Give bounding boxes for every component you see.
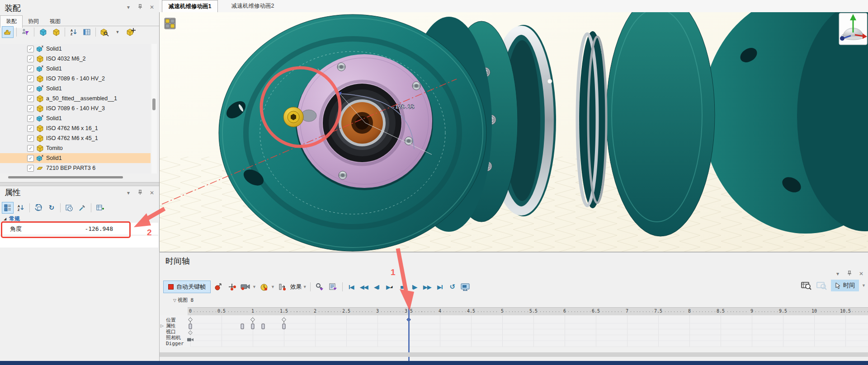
tree-item[interactable]: ✓ISO 7089 6 - 140 HV_2 [0, 74, 151, 84]
section-expand-icon[interactable]: ◢ [4, 217, 6, 221]
tab-animation-1[interactable]: 减速机维修动画1 [162, 0, 218, 12]
effects-icon[interactable] [277, 281, 288, 293]
go-first-frame-button[interactable]: I◀ [346, 281, 357, 292]
property-row-angle[interactable]: 角度 -126.948 [0, 223, 158, 235]
visibility-checkbox[interactable]: ✓ [27, 135, 34, 142]
fast-backward-button[interactable]: ◀◀ [359, 281, 369, 292]
track-label-2[interactable]: 属性 [166, 323, 176, 329]
tree-item[interactable]: ✓xSolid1 [0, 64, 151, 74]
tree-item[interactable]: ✓ISO 7089 6 - 140 HV_3 [0, 103, 151, 113]
timeline-ruler[interactable]: 00.511.522.533.544.555.566.577.588.599.5… [188, 307, 868, 316]
visibility-checkbox[interactable]: ✓ [27, 56, 34, 62]
chevron-down-icon[interactable]: ▾ [834, 271, 841, 277]
view-track-header[interactable]: ▽ 视图 8 [173, 297, 193, 304]
bearing-rings-part[interactable] [577, 31, 606, 208]
fast-forward-button[interactable]: ▶▶ [422, 281, 433, 292]
keyframe-bar[interactable] [282, 323, 286, 331]
pin-icon[interactable] [137, 4, 144, 10]
keyframe-bar[interactable] [261, 323, 265, 331]
filter-icon[interactable] [19, 26, 31, 38]
keyframe-bar[interactable] [251, 323, 255, 331]
chevron-down-icon[interactable]: ▾ [125, 4, 132, 10]
category-view-icon[interactable] [2, 202, 14, 214]
timer-keyframe-icon[interactable] [258, 281, 270, 293]
picker-icon[interactable] [76, 202, 88, 214]
part-select-icon[interactable] [2, 26, 14, 38]
auto-keyframe-button[interactable]: 自动关键帧 [163, 281, 211, 293]
animation-record-icon[interactable] [164, 18, 176, 29]
track-label-4[interactable]: 照相机 [166, 335, 181, 341]
go-last-frame-button[interactable]: ▶I [434, 281, 445, 292]
camera-keyframe-icon[interactable] [240, 281, 251, 293]
visibility-checkbox[interactable]: ✓ [27, 66, 34, 72]
visibility-checkbox[interactable]: ✓ [27, 75, 34, 82]
tree-item[interactable]: ✓xSolid1 [0, 84, 151, 94]
track-expand-icon[interactable]: ▷ [160, 323, 164, 328]
step-back-button[interactable]: ◀I [371, 281, 382, 292]
close-icon[interactable]: ✕ [148, 190, 156, 196]
add-keyframe-icon[interactable] [212, 281, 224, 293]
time-mode-dropdown-icon[interactable]: ▼ [862, 283, 866, 288]
insert-box-icon[interactable] [50, 26, 62, 38]
scrollbar-thumb[interactable] [152, 98, 156, 110]
visibility-checkbox[interactable]: ✓ [27, 46, 34, 52]
track-label-1[interactable]: 位置 [166, 317, 176, 323]
effects-label[interactable]: 效果 [290, 283, 302, 291]
time-mode-button[interactable]: 时间 [831, 280, 859, 291]
bearing-hub-part[interactable] [321, 81, 404, 164]
recalc-icon[interactable] [33, 202, 44, 214]
pin-icon[interactable] [137, 190, 144, 196]
insert-component-icon[interactable] [37, 26, 49, 38]
find-part-icon[interactable] [99, 26, 110, 38]
tree-item[interactable]: ✓Tomito [0, 143, 151, 153]
list-filter-icon[interactable] [327, 281, 339, 293]
add-table-icon[interactable] [94, 202, 106, 214]
tree-item[interactable]: ✓7210 BEP PART3 6 [0, 163, 151, 173]
chevron-down-icon[interactable]: ▾ [125, 190, 132, 196]
tree-item[interactable]: ✓ISO 4032 M6_2 [0, 54, 151, 64]
visibility-checkbox[interactable]: ✓ [27, 85, 34, 92]
gearbox-3d-model[interactable] [160, 12, 868, 252]
camera-dropdown-icon[interactable]: ▼ [252, 285, 256, 289]
keyframe-camera[interactable] [187, 336, 194, 344]
visibility-checkbox[interactable]: ✓ [27, 145, 34, 152]
view-orientation-gizmo[interactable] [839, 13, 868, 45]
dropdown-icon[interactable]: ▼ [112, 26, 123, 38]
tree-item[interactable]: ✓xSolid1 [0, 44, 151, 54]
visibility-checkbox[interactable]: ✓ [27, 125, 34, 132]
tab-animation-2[interactable]: 减速机维修动画2 [225, 0, 280, 12]
track-label-5[interactable]: Digger [166, 341, 184, 346]
constraint-icon[interactable] [125, 26, 137, 38]
properties-section-general[interactable]: ◢ 常规 [0, 215, 158, 223]
pin-icon[interactable] [846, 271, 853, 277]
visibility-checkbox[interactable]: ✓ [27, 155, 34, 162]
refresh-icon[interactable]: ↻ [46, 202, 57, 214]
tree-item[interactable]: ✓a_50_fitted__assembled__1 [0, 94, 151, 103]
play-button[interactable]: ▶◢ [384, 281, 395, 292]
sort-az-icon[interactable]: AZ [68, 26, 80, 38]
sort-az-icon[interactable]: AZ [15, 202, 27, 214]
close-icon[interactable]: ✕ [858, 271, 865, 277]
loop-playback-button[interactable]: ↺ [447, 281, 458, 292]
property-value-field[interactable]: -126.948 [78, 225, 113, 232]
table-view-icon[interactable] [81, 26, 93, 38]
history-icon[interactable] [63, 202, 75, 214]
key-filter-icon[interactable] [314, 281, 326, 293]
visibility-checkbox[interactable]: ✓ [27, 95, 34, 102]
keyframe-bar[interactable] [241, 323, 244, 331]
tree-item[interactable]: ✓xSolid1 [0, 153, 151, 163]
tree-horizontal-scrollbar[interactable] [0, 174, 151, 180]
panel-divider[interactable] [0, 182, 159, 186]
tree-vertical-scrollbar[interactable] [151, 44, 157, 173]
visibility-checkbox[interactable]: ✓ [27, 165, 34, 172]
effects-dropdown-icon[interactable]: ▼ [303, 285, 307, 289]
visibility-checkbox[interactable]: ✓ [27, 115, 34, 122]
step-forward-button[interactable]: I▶ [409, 281, 420, 292]
zoom-animation-icon[interactable] [800, 280, 812, 291]
tree-item[interactable]: ✓ISO 4762 M6 x 45_1 [0, 133, 151, 143]
move-keyframe-icon[interactable] [226, 281, 238, 293]
track-label-3[interactable]: 视口 [166, 329, 176, 335]
close-icon[interactable]: ✕ [148, 4, 156, 10]
viewport-3d[interactable]: -126.95 [159, 12, 868, 252]
tree-item[interactable]: ✓ISO 4762 M6 x 16_1 [0, 123, 151, 133]
